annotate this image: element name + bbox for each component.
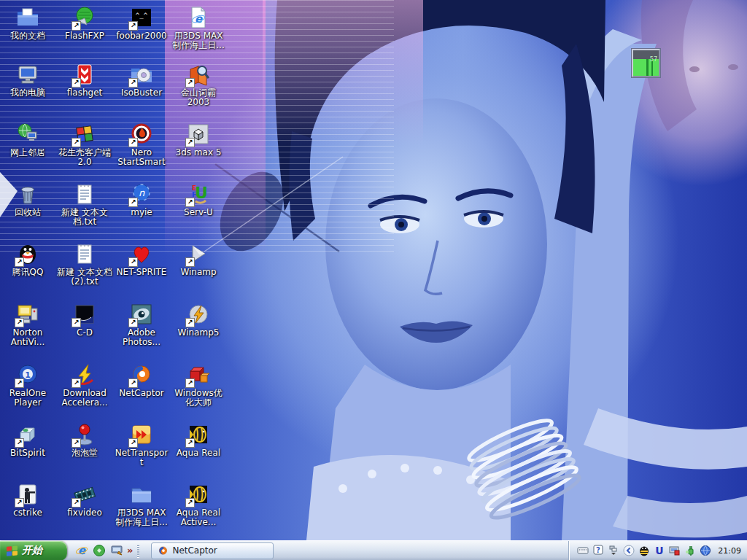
html-document-icon: e [186, 6, 211, 29]
shortcut-arrow-icon: ↗ [185, 378, 195, 388]
ime-keyboard-icon[interactable] [576, 545, 589, 557]
taskbar-drag-handle[interactable] [137, 544, 139, 558]
desktop-icon-aqua-real[interactable]: ↗ Aqua Real [171, 423, 226, 458]
icon-label: Winamp5 [171, 328, 226, 338]
desktop-icon-norton-antivirus[interactable]: ↗ Norton AntiVi... [0, 303, 55, 347]
tray-clock[interactable]: 21:09 [718, 546, 741, 556]
hidden-icons-chevron-button[interactable] [622, 545, 635, 557]
icon-label: 花生壳客户端 2.0 [57, 148, 112, 167]
svg-text:e: e [195, 12, 203, 26]
lightning-icon: ↗ [186, 303, 211, 326]
icon-label: NetTransport [114, 448, 169, 467]
desktop-icon-3dsmax-html-doc[interactable]: e 用3DS MAX制作海上日... [171, 6, 226, 50]
desktop-icon-c-d[interactable]: ↗ C-D [57, 303, 112, 338]
icon-label: myie [114, 208, 169, 217]
desktop-icon-my-computer[interactable]: 我的电脑 [0, 63, 55, 98]
network-places-icon [15, 122, 40, 146]
shortcut-arrow-icon: ↗ [15, 378, 24, 388]
shortcut-arrow-icon: ↗ [128, 198, 138, 207]
desktop-icon-isobuster[interactable]: ↗ IsoBuster [114, 63, 169, 98]
quick-launch-media-app[interactable] [92, 543, 107, 558]
desktop-icon-fixvideo[interactable]: ↗ fixvideo [57, 483, 112, 518]
ime-options-icon[interactable] [607, 545, 619, 557]
text-file-icon [72, 242, 97, 265]
desktop-icon-peanuthull[interactable]: ↗ 花生壳客户端 2.0 [57, 122, 112, 167]
icon-label: 我的电脑 [0, 88, 55, 98]
desktop-icon-3dsmax-folder[interactable]: 用3DS MAX制作海上日... [114, 483, 169, 527]
netcaptor-swirl-icon [158, 545, 169, 556]
shortcut-arrow-icon: ↗ [185, 498, 195, 508]
desktop-icon-serv-u[interactable]: EFU↗ Serv-U [171, 182, 226, 217]
desktop-area[interactable]: 57 我的文档 ↗ FlashFXP ^_^↗ foobar2000 e 用3D… [0, 0, 747, 540]
desktop-icon-paopaotang[interactable]: ↗ 泡泡堂 [57, 423, 112, 458]
desktop-icon-flashfxp[interactable]: ↗ FlashFXP [57, 6, 112, 41]
desktop-icon-my-documents[interactable]: 我的文档 [0, 6, 55, 41]
desktop-icon-tencent-qq[interactable]: ↗ 腾讯QQ [0, 242, 55, 277]
shortcut-arrow-icon: ↗ [185, 78, 195, 88]
quick-launch-overflow-chevron[interactable]: » [127, 543, 133, 558]
icon-label: Aqua Real Active... [171, 508, 226, 527]
shortcut-arrow-icon: ↗ [185, 257, 195, 267]
system-tray: ? U 21:09 [568, 541, 747, 560]
desktop-icon-nettransport[interactable]: ↗ NetTransport [114, 423, 169, 467]
desktop-icon-3ds-max-5[interactable]: ↗ 3ds max 5 [171, 122, 226, 158]
desktop-icon-winamp[interactable]: ↗ Winamp [171, 242, 226, 277]
desktop-icon-myie[interactable]: n↗ myie [114, 182, 169, 217]
nero-icon: ↗ [129, 122, 154, 146]
desktop-icon-text-file-1[interactable]: 新建 文本文档.txt [57, 182, 112, 227]
start-button[interactable]: 开始 [0, 541, 67, 560]
icon-label: NetCaptor [114, 389, 169, 398]
desktop-icon-recycle-bin[interactable]: 回收站 [0, 182, 55, 217]
foobar2000-icon: ^_^↗ [129, 6, 154, 29]
shortcut-arrow-icon: ↗ [128, 78, 138, 88]
norton-icon: ↗ [15, 303, 40, 326]
ime-help-icon[interactable]: ? [592, 545, 604, 557]
icon-label: 金山词霸2003 [171, 88, 226, 107]
tray-usb-plug-icon[interactable] [684, 545, 696, 557]
joystick-icon: ↗ [72, 423, 97, 446]
quick-launch-internet-explorer[interactable]: e [74, 543, 89, 558]
desktop-icon-text-file-2[interactable]: 新建 文本文档 (2).txt [57, 242, 112, 287]
desktop-icon-winamp5[interactable]: ↗ Winamp5 [171, 303, 226, 338]
desktop-icon-cstrike[interactable]: ↗ cstrike [0, 483, 55, 518]
netcaptor-swirl-icon: ↗ [129, 363, 154, 386]
task-button-label: NetCaptor [172, 545, 217, 556]
tray-optimizer-u-icon[interactable]: U [653, 545, 665, 557]
dictionary-icon: ↗ [186, 63, 211, 86]
pale-cube-icon: ↗ [15, 423, 40, 446]
tray-network-globe-icon[interactable] [699, 545, 711, 557]
dark-screen-icon: ↗ [72, 303, 97, 326]
desktop-icon-foobar2000[interactable]: ^_^↗ foobar2000 [114, 6, 169, 41]
desktop-icon-kingsoft-powerword[interactable]: ↗ 金山词霸2003 [171, 63, 226, 107]
desktop-icon-bitspirit[interactable]: ↗ BitSpirit [0, 423, 55, 458]
desktop-icon-aqua-real-active[interactable]: ↗ Aqua Real Active... [171, 483, 226, 527]
internet-explorer-icon: e [75, 544, 88, 557]
tray-download-monitor-icon[interactable] [668, 545, 681, 557]
icon-label: 用3DS MAX制作海上日... [114, 508, 169, 527]
desktop-icon-download-accelerator[interactable]: ↗ Download Accelera... [57, 363, 112, 408]
desktop-icon-adobe-photoshop[interactable]: ↗ Adobe Photos... [114, 303, 169, 347]
desktop-icon-windows-optimizer[interactable]: ↗ Windows优化大师 [171, 363, 226, 408]
system-monitor-widget[interactable]: 57 [632, 49, 660, 77]
windows-xp-desktop: 57 我的文档 ↗ FlashFXP ^_^↗ foobar2000 e 用3D… [0, 0, 747, 560]
quick-launch-show-desktop[interactable] [109, 543, 124, 558]
desktop-icon-netcaptor[interactable]: ↗ NetCaptor [114, 363, 169, 398]
icon-label: 新建 文本文档 (2).txt [57, 268, 112, 287]
task-button-netcaptor[interactable]: NetCaptor [151, 542, 274, 559]
text-file-icon [72, 182, 97, 206]
shortcut-arrow-icon: ↗ [71, 318, 81, 327]
svg-text:?: ? [596, 546, 600, 554]
desktop-icon-nero-startsmart[interactable]: ↗ Nero StartSmart [114, 122, 169, 167]
desktop-icon-net-sprite[interactable]: ↗ NET-SPRITE [114, 242, 169, 277]
desktop-icon-realone-player[interactable]: 1↗ RealOne Player [0, 363, 55, 408]
desktop-icon-network-places[interactable]: 网上邻居 [0, 122, 55, 158]
qq-penguin-icon: ↗ [15, 242, 40, 265]
shortcut-arrow-icon: ↗ [128, 318, 138, 327]
tray-qq-penguin-icon[interactable] [638, 545, 650, 557]
serv-u-icon: EFU↗ [186, 182, 211, 206]
icon-label: flashget [57, 88, 112, 98]
desktop-icon-flashget[interactable]: ↗ flashget [57, 63, 112, 98]
shortcut-arrow-icon: ↗ [71, 78, 81, 88]
show-desktop-icon [110, 544, 123, 557]
icon-label: Serv-U [171, 208, 226, 217]
